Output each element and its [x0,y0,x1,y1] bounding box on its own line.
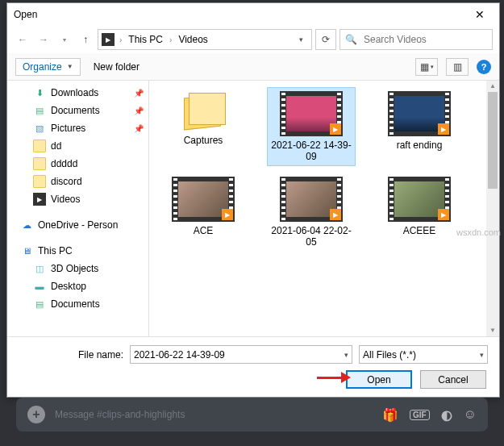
tree-item-folder[interactable]: ddddd [7,155,148,173]
pin-icon: 📌 [134,124,144,133]
tree-item-3d-objects[interactable]: ◫3D Objects [7,260,148,277]
file-label: 2021-06-22 14-39-09 [271,140,352,162]
dialog-body: ⬇Downloads📌 ▤Documents📌 ▧Pictures📌 dd dd… [7,81,499,336]
chevron-down-icon: ▼ [67,63,73,70]
file-label: ACEEE [403,225,436,236]
help-button[interactable]: ? [477,60,491,74]
video-thumbnail-icon: ▶ [280,91,343,136]
breadcrumb-separator: › [169,35,172,44]
emoji-icon[interactable]: ☺ [464,407,477,422]
tree-item-onedrive[interactable]: ☁OneDrive - Person [7,216,148,234]
file-label: 2021-06-04 22-02-05 [271,225,352,248]
file-item-video[interactable]: ▶ 2021-06-04 22-02-05 [267,173,356,252]
search-box[interactable]: 🔍 [339,29,493,50]
tree-item-folder[interactable]: discord [7,173,148,190]
spacer [7,234,148,242]
file-item-video[interactable]: ▶ ACEEE [375,173,464,252]
tree-item-this-pc[interactable]: 🖥This PC [7,242,148,260]
tree-item-folder[interactable]: dd [7,137,148,155]
view-grid-icon: ▦ [420,61,429,73]
file-label: raft ending [397,140,443,151]
file-label: Captures [184,135,223,146]
gif-icon[interactable]: GIF [410,410,430,420]
folder-icon [33,140,46,152]
file-item-video[interactable]: ▶ 2021-06-22 14-39-09 [267,87,356,166]
tree-item-pictures[interactable]: ▧Pictures📌 [7,119,148,137]
downloads-icon: ⬇ [33,86,46,99]
video-thumbnail-icon: ▶ [388,91,451,136]
watermark: wsxdn.com [456,227,501,237]
chevron-down-icon[interactable]: ▾ [344,351,348,359]
video-thumbnail-icon: ▶ [280,177,343,222]
filename-input[interactable]: 2021-06-22 14-39-09 ▾ [130,345,352,364]
videos-folder-icon: ▶ [102,33,115,46]
file-label: ACE [194,225,214,236]
filter-value: All Files (*.*) [363,349,416,361]
play-overlay-icon: ▶ [438,209,449,220]
folder-icon [33,157,46,170]
attach-button[interactable]: + [27,406,45,423]
file-item-folder[interactable]: Captures [159,87,248,166]
cancel-button[interactable]: Cancel [420,370,486,389]
pin-icon: 📌 [134,89,144,98]
tree-item-desktop[interactable]: ▬Desktop [7,277,148,295]
desktop-icon: ▬ [33,280,46,293]
tree-item-downloads[interactable]: ⬇Downloads📌 [7,84,148,102]
organize-button[interactable]: Organize ▼ [15,58,81,76]
folder-icon [33,175,46,188]
address-bar[interactable]: ▶ › This PC › Videos ▾ [98,29,312,50]
play-overlay-icon: ▶ [330,209,341,220]
tree-item-videos[interactable]: ▶Videos [7,190,148,208]
vertical-scrollbar[interactable]: ▲ ▼ [486,81,499,336]
pictures-icon: ▧ [33,122,46,135]
navigation-tree[interactable]: ⬇Downloads📌 ▤Documents📌 ▧Pictures📌 dd dd… [7,81,149,336]
spacer [7,208,148,216]
refresh-button[interactable]: ⟳ [315,29,336,50]
back-button[interactable]: ← [14,31,31,48]
close-button[interactable]: ✕ [464,4,496,25]
gift-icon[interactable]: 🎁 [382,407,398,423]
annotation-arrow-icon [317,373,351,381]
forward-button: → [35,31,52,48]
scrollbar-thumb[interactable] [488,92,498,189]
new-folder-button[interactable]: New folder [94,61,140,73]
file-item-video[interactable]: ▶ raft ending [375,87,464,166]
chevron-down-icon: ▾ [431,64,434,70]
file-list[interactable]: Captures ▶ 2021-06-22 14-39-09 ▶ raft en… [149,81,499,336]
address-dropdown-icon[interactable]: ▾ [294,35,308,44]
play-overlay-icon: ▶ [438,123,449,135]
scroll-down-icon[interactable]: ▼ [486,325,499,336]
organize-label: Organize [23,61,62,73]
search-icon: 🔍 [345,34,357,45]
search-input[interactable] [362,33,487,46]
view-mode-button[interactable]: ▦ ▾ [415,58,438,76]
scroll-up-icon[interactable]: ▲ [486,81,499,92]
file-item-video[interactable]: ▶ ACE [159,173,248,252]
breadcrumb-videos[interactable]: Videos [177,34,209,45]
documents-icon: ▤ [33,298,46,311]
file-open-dialog: Open ✕ ← → ▾ ↑ ▶ › This PC › Videos ▾ ⟳ … [6,2,500,398]
folder-thumbnail-icon [179,91,227,131]
filename-label: File name: [19,349,123,361]
chevron-down-icon[interactable]: ▾ [480,351,484,359]
play-overlay-icon: ▶ [222,209,233,220]
discord-message-bar[interactable]: + Message #clips-and-highlights 🎁 GIF ◐ … [16,398,488,431]
preview-pane-button[interactable]: ▥ [446,58,469,76]
file-type-filter[interactable]: All Files (*.*) ▾ [359,345,488,364]
tree-item-documents[interactable]: ▤Documents📌 [7,102,148,119]
sticker-icon[interactable]: ◐ [441,407,452,423]
tree-item-documents[interactable]: ▤Documents [7,295,148,313]
documents-icon: ▤ [33,104,46,117]
cube-icon: ◫ [33,262,46,275]
message-input[interactable]: Message #clips-and-highlights [55,409,373,420]
toolbar: Organize ▼ New folder ▦ ▾ ▥ ? [7,53,499,81]
titlebar: Open ✕ [7,3,499,26]
video-thumbnail-icon: ▶ [388,177,451,222]
preview-icon: ▥ [453,61,462,73]
dialog-title: Open [14,9,464,20]
recent-dropdown-icon[interactable]: ▾ [56,31,73,48]
up-button[interactable]: ↑ [77,31,94,48]
open-button[interactable]: Open [346,370,412,389]
breadcrumb-this-pc[interactable]: This PC [127,34,165,45]
cloud-icon: ☁ [20,219,33,231]
